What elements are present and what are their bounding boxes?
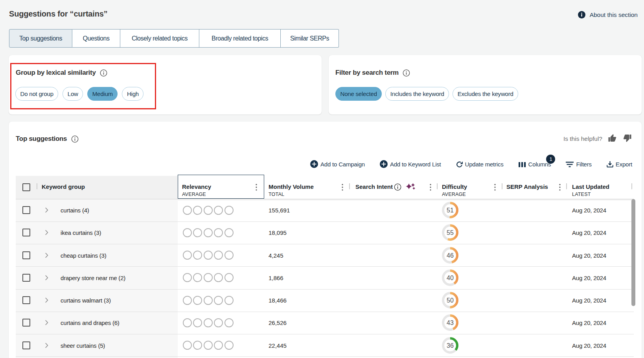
svg-text:43: 43: [447, 319, 454, 326]
svg-text:40: 40: [447, 274, 454, 281]
svg-text:55: 55: [447, 229, 454, 236]
svg-text:46: 46: [447, 252, 454, 258]
svg-text:51: 51: [447, 207, 454, 214]
svg-text:36: 36: [447, 342, 454, 349]
svg-text:50: 50: [447, 297, 454, 304]
